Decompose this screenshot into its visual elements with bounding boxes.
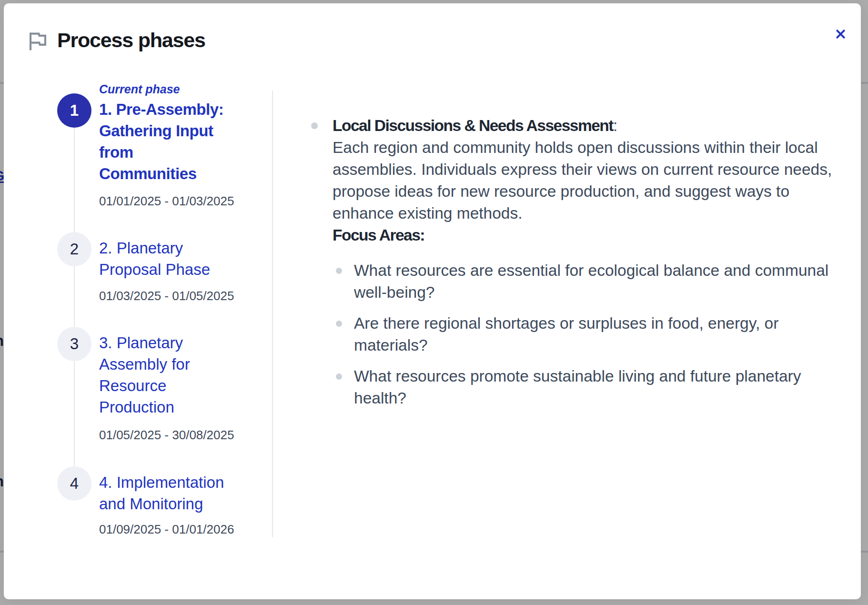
step-2-title: 2. Planetary Proposal Phase [99, 237, 210, 280]
close-button[interactable] [830, 23, 851, 44]
focus-area-item-3: What resources promote sustainable livin… [354, 365, 854, 409]
step-4-dates: 01/09/2025 - 01/01/2026 [99, 521, 234, 537]
stepper-connector-line [74, 111, 75, 484]
step-4-circle: 4 [57, 466, 91, 501]
focus-area-item-1: What resources are essential for ecologi… [354, 260, 854, 303]
step-1-dates: 01/01/2025 - 01/03/2025 [99, 193, 234, 209]
description-item-text: Each region and community holds open dis… [333, 139, 832, 222]
description-item-colon: : [613, 117, 617, 134]
step-3-dates: 01/05/2025 - 30/08/2025 [99, 427, 234, 443]
step-4-title: 4. Implementation and Monitoring [99, 472, 224, 514]
step-1-circle: 1 [57, 93, 91, 128]
flag-icon [30, 32, 46, 52]
modal-title: Process phases [57, 28, 205, 52]
step-1-title: 1. Pre-Assembly: Gathering Input from Co… [99, 99, 223, 184]
phase-description: Local Discussions & Needs Assessment: Ea… [333, 115, 854, 418]
close-icon [836, 29, 846, 39]
stepper-content-divider [272, 91, 273, 537]
description-item: Local Discussions & Needs Assessment: Ea… [333, 115, 854, 409]
process-phases-modal: Process phases 1 Current phase 1. Pre-As… [4, 3, 861, 599]
step-2-dates: 01/03/2025 - 01/05/2025 [99, 288, 234, 304]
focus-areas-label: Focus Areas: [333, 226, 424, 244]
step-3-title: 3. Planetary Assembly for Resource Produ… [99, 332, 190, 418]
focus-area-item-2: Are there regional shortages or surpluse… [354, 313, 854, 356]
step-2-circle: 2 [57, 232, 91, 266]
step-3-circle: 3 [57, 327, 91, 361]
description-item-label: Local Discussions & Needs Assessment [333, 117, 613, 134]
current-phase-label: Current phase [99, 82, 180, 96]
focus-areas-list: What resources are essential for ecologi… [354, 260, 854, 409]
